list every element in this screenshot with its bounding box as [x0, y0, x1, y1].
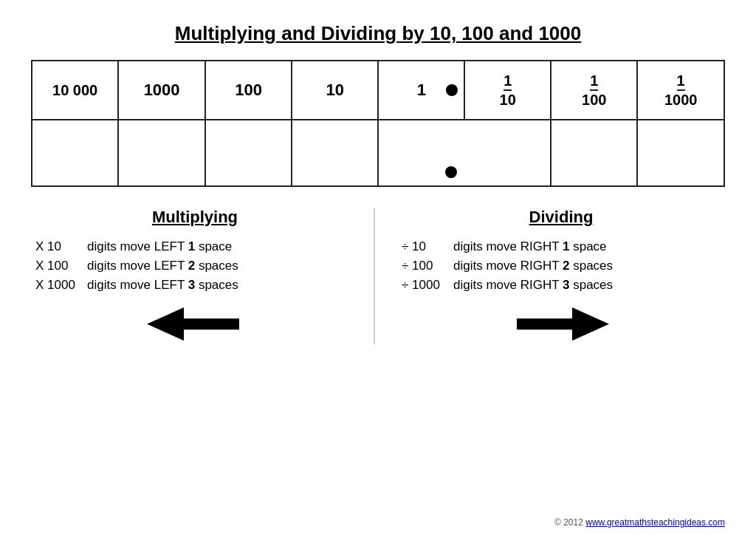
- dividing-title: Dividing: [397, 208, 725, 227]
- row2-cell-10000: [32, 120, 118, 186]
- cell-tenth: 1 10: [464, 61, 551, 120]
- divide-op-10: ÷ 10: [397, 237, 449, 256]
- multiply-op-100: X 100: [31, 256, 83, 276]
- row2-cell-thousandth: [637, 120, 724, 186]
- row2-cell-1000: [118, 120, 205, 186]
- multiplying-title: Multiplying: [31, 208, 359, 227]
- footer: © 2012 www.greatmathsteachingideas.com: [31, 513, 725, 528]
- row2-cell-hundredth: [551, 120, 637, 186]
- row2-cell-1: [378, 120, 464, 186]
- page-title: Multiplying and Dividing by 10, 100 and …: [175, 22, 581, 45]
- place-value-table: 10 000 1000 100 10 1 1 10 1 100 1 1000: [31, 60, 725, 187]
- bottom-section: Multiplying X 10 digits move LEFT 1 spac…: [31, 208, 725, 344]
- multiply-op-10: X 10: [31, 237, 83, 256]
- decimal-point-dot: [446, 84, 458, 96]
- multiply-rule-10: X 10 digits move LEFT 1 space: [31, 237, 359, 256]
- divide-desc-10: digits move RIGHT 1 space: [449, 237, 725, 256]
- multiply-desc-100: digits move LEFT 2 spaces: [83, 256, 359, 276]
- divide-desc-100: digits move RIGHT 2 spaces: [449, 256, 725, 276]
- cell-10000: 10 000: [32, 61, 118, 120]
- cell-thousandth: 1 1000: [637, 61, 724, 120]
- website-link[interactable]: www.greatmathsteachingideas.com: [585, 517, 725, 528]
- right-arrow-container: [397, 304, 725, 344]
- copyright-text: © 2012: [554, 517, 585, 528]
- dividing-panel: Dividing ÷ 10 digits move RIGHT 1 space …: [375, 208, 725, 344]
- cell-10: 10: [292, 61, 378, 120]
- multiply-rule-100: X 100 digits move LEFT 2 spaces: [31, 256, 359, 276]
- multiply-op-1000: X 1000: [31, 276, 83, 295]
- cell-1: 1: [378, 61, 464, 120]
- svg-marker-1: [517, 307, 609, 341]
- cell-100: 100: [205, 61, 292, 120]
- divide-op-1000: ÷ 1000: [397, 276, 449, 295]
- multiplying-panel: Multiplying X 10 digits move LEFT 1 spac…: [31, 208, 375, 344]
- multiply-desc-1000: digits move LEFT 3 spaces: [83, 276, 359, 295]
- divide-rule-1000: ÷ 1000 digits move RIGHT 3 spaces: [397, 276, 725, 295]
- divide-op-100: ÷ 100: [397, 256, 449, 276]
- row2-cell-10: [292, 120, 378, 186]
- row2-cell-tenth: [464, 120, 551, 186]
- cell-1000: 1000: [118, 61, 205, 120]
- row2-cell-100: [205, 120, 292, 186]
- multiply-desc-10: digits move LEFT 1 space: [83, 237, 359, 256]
- divide-desc-1000: digits move RIGHT 3 spaces: [449, 276, 725, 295]
- multiply-rule-1000: X 1000 digits move LEFT 3 spaces: [31, 276, 359, 295]
- multiplying-rules: X 10 digits move LEFT 1 space X 100 digi…: [31, 237, 359, 295]
- left-arrow-container: [31, 304, 359, 344]
- divide-rule-100: ÷ 100 digits move RIGHT 2 spaces: [397, 256, 725, 276]
- svg-marker-0: [147, 307, 239, 341]
- dividing-rules: ÷ 10 digits move RIGHT 1 space ÷ 100 dig…: [397, 237, 725, 295]
- cell-hundredth: 1 100: [551, 61, 637, 120]
- left-arrow-icon: [143, 304, 247, 344]
- right-arrow-icon: [509, 304, 613, 344]
- divide-rule-10: ÷ 10 digits move RIGHT 1 space: [397, 237, 725, 256]
- row2-decimal-dot: [445, 166, 457, 178]
